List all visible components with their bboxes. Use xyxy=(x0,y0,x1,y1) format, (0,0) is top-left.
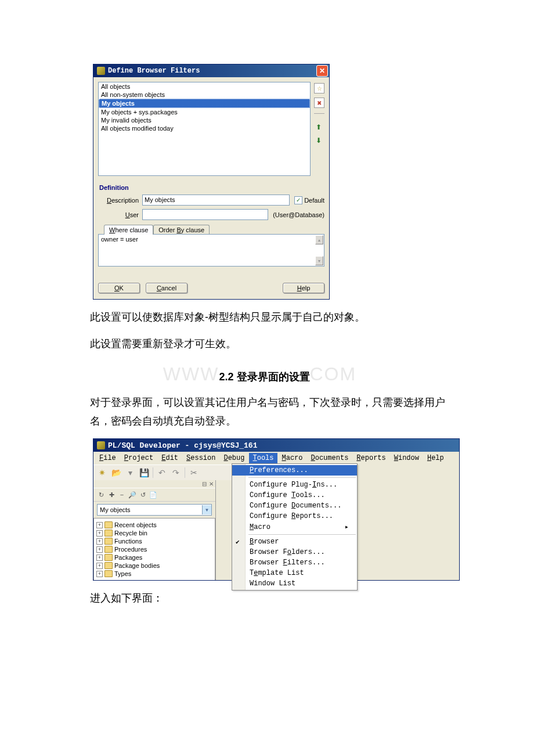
user-db-hint: (User@Database) xyxy=(273,211,324,218)
plsql-developer-window: PL/SQL Developer - cjsys@YCSJ_161 File P… xyxy=(93,438,460,581)
separator xyxy=(185,467,185,478)
tree-node[interactable]: +Recent objects xyxy=(95,521,214,529)
new-filter-icon[interactable]: ☆ xyxy=(314,83,324,93)
folder-icon xyxy=(104,546,113,553)
menu-browser-folders[interactable]: Browser Folders... xyxy=(232,547,357,557)
close-icon[interactable]: ✕ xyxy=(316,65,328,77)
menu-documents[interactable]: Documents xyxy=(308,453,352,463)
expand-icon[interactable]: + xyxy=(96,530,103,537)
filter-item-selected[interactable]: My objects xyxy=(99,99,310,108)
menu-project[interactable]: Project xyxy=(121,453,157,463)
folder-icon xyxy=(104,538,113,545)
cancel-button[interactable]: Cancel xyxy=(146,283,187,293)
menu-debug[interactable]: Debug xyxy=(220,453,248,463)
filter-item[interactable]: All non-system objects xyxy=(99,91,310,99)
tab-order-by-clause[interactable]: Order By clause xyxy=(153,225,210,235)
menu-template-list[interactable]: Template List xyxy=(232,568,357,578)
expand-icon[interactable]: + xyxy=(96,522,103,528)
expand-icon[interactable]: + xyxy=(96,563,103,569)
folder-icon xyxy=(104,562,113,569)
move-up-icon[interactable]: ⬆ xyxy=(314,123,323,132)
save-icon[interactable]: 💾 xyxy=(139,467,149,478)
tree-node[interactable]: +Functions xyxy=(95,537,214,545)
add-icon[interactable]: ✚ xyxy=(107,491,116,499)
menu-browser-filters[interactable]: Browser Filters... xyxy=(232,557,357,568)
tab-where-clause[interactable]: Where clause xyxy=(104,225,153,235)
find-icon[interactable]: 🔎 xyxy=(128,491,136,499)
dialog-title: Define Browser Filters xyxy=(108,67,200,75)
undo-icon[interactable]: ↶ xyxy=(157,467,167,478)
dropdown-icon[interactable]: ▾ xyxy=(125,467,135,478)
section-heading: WWW2.2 登录界面的设置COM xyxy=(73,363,447,385)
app-icon xyxy=(97,67,105,75)
redo-icon[interactable]: ↷ xyxy=(171,467,181,478)
menu-help[interactable]: Help xyxy=(424,453,448,463)
menu-session[interactable]: Session xyxy=(183,453,219,463)
default-checkbox[interactable]: ✓ xyxy=(294,196,302,204)
browser-panel: ⊟ ✕ ↻ ✚ − 🔎 ↺ 📄 My objects ▼ +Recent obj… xyxy=(93,480,216,580)
watermark: WWW xyxy=(163,363,219,384)
move-down-icon[interactable]: ⬇ xyxy=(314,136,323,145)
separator xyxy=(153,467,153,478)
menu-reports[interactable]: Reports xyxy=(353,453,389,463)
panel-pin-icon[interactable]: ⊟ xyxy=(202,481,207,487)
menu-browser-toggle[interactable]: ✔Browser xyxy=(232,537,357,547)
expand-icon[interactable]: + xyxy=(96,538,103,545)
tree-node[interactable]: +Packages xyxy=(95,553,214,561)
remove-icon[interactable]: − xyxy=(118,491,126,499)
watermark: COM xyxy=(310,363,357,384)
menu-tools[interactable]: Tools xyxy=(249,453,277,463)
delete-filter-icon[interactable]: ✖ xyxy=(314,98,324,108)
menu-window[interactable]: Window xyxy=(391,453,423,463)
chevron-down-icon[interactable]: ▼ xyxy=(202,505,211,514)
tree-node[interactable]: +Recycle bin xyxy=(95,529,214,537)
expand-icon[interactable]: + xyxy=(96,546,103,553)
expand-icon[interactable]: + xyxy=(96,571,103,577)
folder-icon xyxy=(104,530,113,537)
menu-configure-documents[interactable]: Configure Documents... xyxy=(232,501,357,511)
object-tree[interactable]: +Recent objects +Recycle bin +Functions … xyxy=(93,518,215,580)
ok-button[interactable]: OK xyxy=(98,283,140,293)
tree-node[interactable]: +Package bodies xyxy=(95,561,214,570)
menu-edit[interactable]: Edit xyxy=(158,453,182,463)
app-title: PL/SQL Developer - cjsys@YCSJ_161 xyxy=(108,441,257,450)
submenu-arrow-icon: ▸ xyxy=(345,523,349,531)
bulb-icon[interactable]: ✷ xyxy=(97,467,107,478)
cut-icon[interactable]: ✂ xyxy=(189,467,199,478)
tree-node[interactable]: +Types xyxy=(95,570,214,578)
filter-item[interactable]: My objects + sys.packages xyxy=(99,108,310,116)
description-input[interactable]: My objects xyxy=(142,195,290,206)
filter-list[interactable]: All objects All non-system objects My ob… xyxy=(98,82,311,176)
menu-macro-submenu[interactable]: Macro▸ xyxy=(232,521,357,532)
panel-close-icon[interactable]: ✕ xyxy=(209,481,214,487)
refresh-icon[interactable]: ↻ xyxy=(97,491,105,499)
menu-preferences[interactable]: Preferences... xyxy=(232,465,357,476)
refresh2-icon[interactable]: ↺ xyxy=(139,491,147,499)
scroll-down-icon[interactable]: ▾ xyxy=(315,256,323,265)
where-clause-value: owner = user xyxy=(101,236,138,243)
menu-window-list[interactable]: Window List xyxy=(232,578,357,589)
where-clause-textarea[interactable]: owner = user ▴ ▾ xyxy=(98,234,324,267)
default-label: Default xyxy=(304,197,324,204)
filter-item[interactable]: All objects xyxy=(99,82,310,91)
menu-configure-reports[interactable]: Configure Reports... xyxy=(232,511,357,521)
user-input[interactable] xyxy=(142,209,268,220)
paragraph: 此设置可以使数据库对象-树型结构只显示属于自己的对象。 xyxy=(90,308,447,326)
open-icon[interactable]: 📂 xyxy=(111,467,121,478)
expand-icon[interactable]: + xyxy=(96,555,103,561)
dialog-titlebar: Define Browser Filters ✕ xyxy=(93,64,329,77)
menu-file[interactable]: File xyxy=(96,453,120,463)
define-browser-filters-dialog: Define Browser Filters ✕ All objects All… xyxy=(93,64,330,300)
copy-icon[interactable]: 📄 xyxy=(149,491,157,499)
filter-item[interactable]: My invalid objects xyxy=(99,116,310,124)
menubar: File Project Edit Session Debug Tools Ma… xyxy=(93,452,459,465)
check-icon: ✔ xyxy=(236,538,240,546)
filter-combo[interactable]: My objects ▼ xyxy=(97,504,212,516)
menu-configure-plugins[interactable]: Configure Plug-Ins... xyxy=(232,480,357,490)
tree-node[interactable]: +Procedures xyxy=(95,545,214,553)
menu-macro[interactable]: Macro xyxy=(279,453,306,463)
scroll-up-icon[interactable]: ▴ xyxy=(315,235,323,244)
filter-item[interactable]: All objects modified today xyxy=(99,124,310,132)
help-button[interactable]: Help xyxy=(283,283,324,293)
menu-configure-tools[interactable]: Configure Tools... xyxy=(232,490,357,501)
